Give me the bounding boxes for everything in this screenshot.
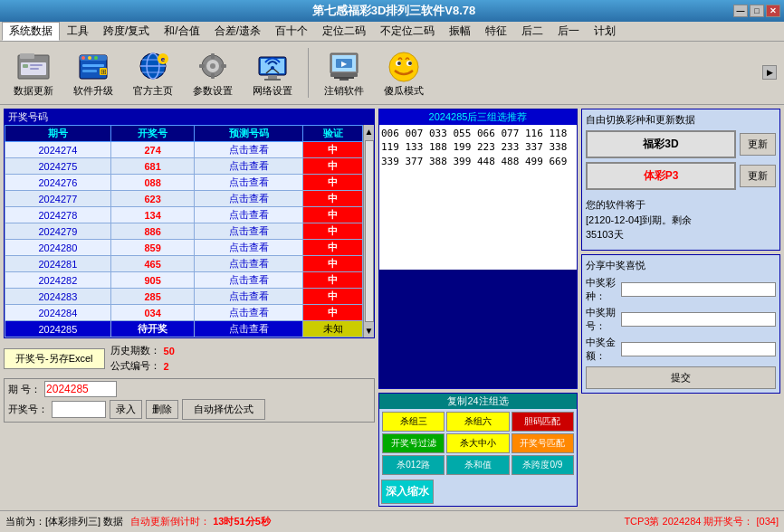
tool-logout[interactable]: ▶ 注销软件 <box>318 48 370 98</box>
scroll-down-btn[interactable]: ▼ <box>363 324 376 337</box>
menu-span-repeat[interactable]: 跨度/复式 <box>96 22 157 41</box>
table-row: 2024277623点击查看中 <box>5 191 363 207</box>
table-row: 2024275681点击查看中 <box>5 158 363 175</box>
tool-data-update[interactable]: 数据更新 <box>7 48 60 98</box>
menu-hundred-ten[interactable]: 百十个 <box>268 22 315 41</box>
formula-optimize-button[interactable]: 自动择优公式 <box>182 399 265 420</box>
menu-fixed-pos[interactable]: 定位二码 <box>315 22 373 41</box>
predict-cell[interactable]: 点击查看 <box>195 272 303 289</box>
verify-cell: 中 <box>303 175 363 191</box>
kill-group-three-button[interactable]: 杀组三 <box>382 412 445 432</box>
tool-param-settings[interactable]: 参数设置 <box>186 48 239 98</box>
open-label: 开奖号： <box>8 403 48 416</box>
predict-cell[interactable]: 点击查看 <box>195 289 303 305</box>
period-input[interactable] <box>44 381 117 397</box>
excel-export-button[interactable]: 开奖号-另存Excel <box>4 348 105 369</box>
tool-software-upgrade[interactable]: ⊞ 软件升级 <box>67 48 120 98</box>
gall-match-button[interactable]: 胆码匹配 <box>512 412 574 432</box>
tikao-button[interactable]: 体彩P3 <box>586 162 736 190</box>
menu-after-two[interactable]: 后二 <box>514 22 550 41</box>
menu-system-data[interactable]: 系统数据 <box>2 22 60 41</box>
kill-012-button[interactable]: 杀012路 <box>382 455 445 475</box>
prize-amount-input[interactable] <box>621 342 776 356</box>
menu-after-one[interactable]: 后一 <box>550 22 587 41</box>
submit-button[interactable]: 提交 <box>586 366 776 389</box>
svg-rect-1 <box>20 53 34 59</box>
predict-cell[interactable]: 点击查看 <box>195 240 303 256</box>
open-match-button[interactable]: 开奖号匹配 <box>512 433 574 453</box>
verify-cell: 中 <box>303 207 363 223</box>
tcp-period: 2024284 <box>663 516 702 527</box>
status-timer: 自动更新倒计时： 13时51分5秒 <box>130 515 271 528</box>
menu-merge-miss[interactable]: 合差/遗杀 <box>207 22 268 41</box>
delete-button[interactable]: 删除 <box>146 400 178 419</box>
kill-big-mid-small-button[interactable]: 杀大中小 <box>446 433 509 453</box>
predict-cell[interactable]: 点击查看 <box>195 158 303 175</box>
software-upgrade-icon: ⊞ <box>75 48 111 84</box>
period-cell: 2024280 <box>5 240 111 256</box>
combo-buttons: 杀组三 杀组六 胆码匹配 开奖号过滤 杀大中小 开奖号匹配 杀012路 杀和值 … <box>379 409 577 478</box>
open-filter-button[interactable]: 开奖号过滤 <box>382 433 445 453</box>
prize-type-label: 中奖彩种： <box>586 276 617 303</box>
menu-plan[interactable]: 计划 <box>587 22 623 41</box>
prize-period-input[interactable] <box>621 312 776 327</box>
kill-span-button[interactable]: 杀跨度0/9 <box>512 455 574 475</box>
prize-period-label: 中奖期号： <box>586 306 617 333</box>
svg-rect-4 <box>30 64 43 66</box>
scroll-up-btn[interactable]: ▲ <box>363 125 376 138</box>
menu-special[interactable]: 特征 <box>478 22 514 41</box>
kill-group-six-button[interactable]: 杀组六 <box>446 412 509 432</box>
tool-network-settings[interactable]: 网络设置 <box>246 48 299 98</box>
predict-cell[interactable]: 点击查看 <box>195 223 303 240</box>
menu-amplitude[interactable]: 振幅 <box>442 22 478 41</box>
tcp-open: [034] <box>757 516 779 527</box>
stats-area: 历史期数： 50 公式编号： 2 <box>110 344 175 373</box>
period-area: 期 号： 开奖号： 录入 删除 自动择优公式 <box>4 378 375 423</box>
predict-cell[interactable]: 点击查看 <box>195 321 303 337</box>
menu-unfixed-pos[interactable]: 不定位二码 <box>373 22 442 41</box>
logout-icon: ▶ <box>326 48 362 84</box>
tikao-update-button[interactable]: 更新 <box>740 165 776 187</box>
input-button[interactable]: 录入 <box>110 400 142 419</box>
prize-period-row: 中奖期号： <box>586 306 776 333</box>
col-period: 期号 <box>5 126 111 142</box>
period-cell: 2024276 <box>5 175 111 191</box>
lottery-table: 期号 开奖号 预测号码 验证 2024274274点击查看中2024275681… <box>5 125 363 337</box>
menu-sum-merge[interactable]: 和/合值 <box>157 22 206 41</box>
predict-cell[interactable]: 点击查看 <box>195 256 303 272</box>
official-site-icon: e <box>135 48 171 84</box>
predict-cell[interactable]: 点击查看 <box>195 142 303 158</box>
open-num-cell: 859 <box>110 240 195 256</box>
predict-cell[interactable]: 点击查看 <box>195 305 303 321</box>
svg-rect-11 <box>82 64 104 67</box>
toolbar-expand-arrow[interactable]: ▶ <box>762 65 777 80</box>
tool-fool-mode[interactable]: 傻瓜模式 <box>378 48 430 98</box>
predict-cell[interactable]: 点击查看 <box>195 191 303 207</box>
svg-text:▶: ▶ <box>341 60 348 68</box>
close-button[interactable]: ✕ <box>766 5 780 17</box>
period-cell: 2024283 <box>5 289 111 305</box>
period-cell: 2024282 <box>5 272 111 289</box>
menu-tools[interactable]: 工具 <box>60 22 96 41</box>
open-num-cell: 285 <box>110 289 195 305</box>
svg-rect-38 <box>334 77 354 79</box>
deepen-shrink-button[interactable]: 深入缩水 <box>381 480 434 504</box>
open-num-cell: 681 <box>110 158 195 175</box>
open-number-input[interactable] <box>52 401 106 418</box>
svg-rect-12 <box>82 70 97 72</box>
open-num-cell: 034 <box>110 305 195 321</box>
tool-official-site[interactable]: e 官方主页 <box>127 48 179 98</box>
minimize-button[interactable]: — <box>733 5 748 17</box>
svg-point-8 <box>81 56 85 60</box>
fukui-button[interactable]: 福彩3D <box>586 130 736 158</box>
predict-cell[interactable]: 点击查看 <box>195 207 303 223</box>
kill-sum-button[interactable]: 杀和值 <box>446 455 509 475</box>
right-top-box: 自由切换彩种和更新数据 福彩3D 更新 体彩P3 更新 您的软件将于 [2120… <box>581 109 780 251</box>
period-cell: 2024274 <box>5 142 111 158</box>
maximize-button[interactable]: □ <box>750 5 764 17</box>
prize-type-input[interactable] <box>621 282 776 297</box>
fukui-update-button[interactable]: 更新 <box>740 133 776 156</box>
table-row: 2024284034点击查看中 <box>5 305 363 321</box>
predict-cell[interactable]: 点击查看 <box>195 175 303 191</box>
data-update-icon <box>15 48 52 84</box>
